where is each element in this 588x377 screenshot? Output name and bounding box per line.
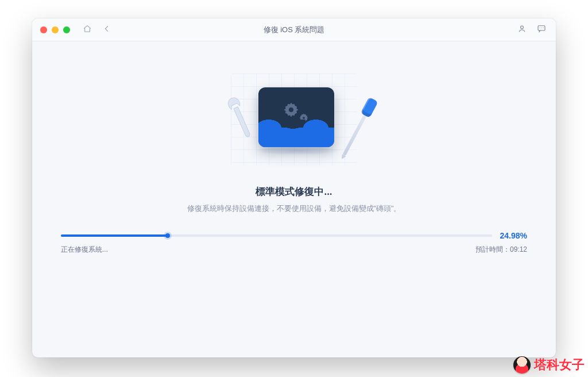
watermark-text: 塔科女子 — [534, 356, 585, 374]
progress-section: 24.98% 正在修復系統... 預計時間：09:12 — [61, 231, 527, 255]
app-window: 修復 iOS 系統問題 — [32, 18, 556, 357]
shadow-decoration — [254, 146, 340, 155]
window-controls — [32, 26, 70, 33]
progress-status-text: 正在修復系統... — [61, 245, 108, 255]
progress-percent: 24.98% — [500, 231, 527, 240]
svg-point-0 — [521, 25, 524, 28]
zoom-window-button[interactable] — [63, 26, 70, 33]
watermark-avatar-icon — [513, 356, 531, 374]
titlebar: 修復 iOS 系統問題 — [32, 18, 556, 41]
main-content: 標準模式修復中... 修復系統時保持設備連接，不要使用設備，避免設備變成"磚頭"… — [32, 41, 556, 357]
close-window-button[interactable] — [40, 26, 47, 33]
progress-bar — [61, 234, 492, 237]
feedback-icon[interactable] — [536, 24, 547, 36]
repair-illustration — [231, 74, 357, 166]
account-icon[interactable] — [517, 24, 527, 36]
wrench-icon — [215, 83, 264, 149]
progress-bar-fill — [61, 234, 168, 237]
home-icon[interactable] — [83, 24, 92, 36]
minimize-window-button[interactable] — [52, 26, 59, 33]
screwdriver-icon — [337, 97, 378, 162]
back-icon[interactable] — [102, 24, 111, 36]
eta-value: 09:12 — [510, 245, 527, 253]
progress-eta: 預計時間：09:12 — [475, 245, 527, 255]
gear-icon — [283, 101, 300, 118]
wave-decoration — [258, 128, 334, 147]
watermark: 塔科女子 — [513, 356, 585, 374]
eta-label: 預計時間： — [475, 245, 510, 253]
status-subtext: 修復系統時保持設備連接，不要使用設備，避免設備變成"磚頭"。 — [187, 204, 401, 214]
device-icon — [258, 87, 334, 147]
status-heading: 標準模式修復中... — [256, 185, 332, 198]
